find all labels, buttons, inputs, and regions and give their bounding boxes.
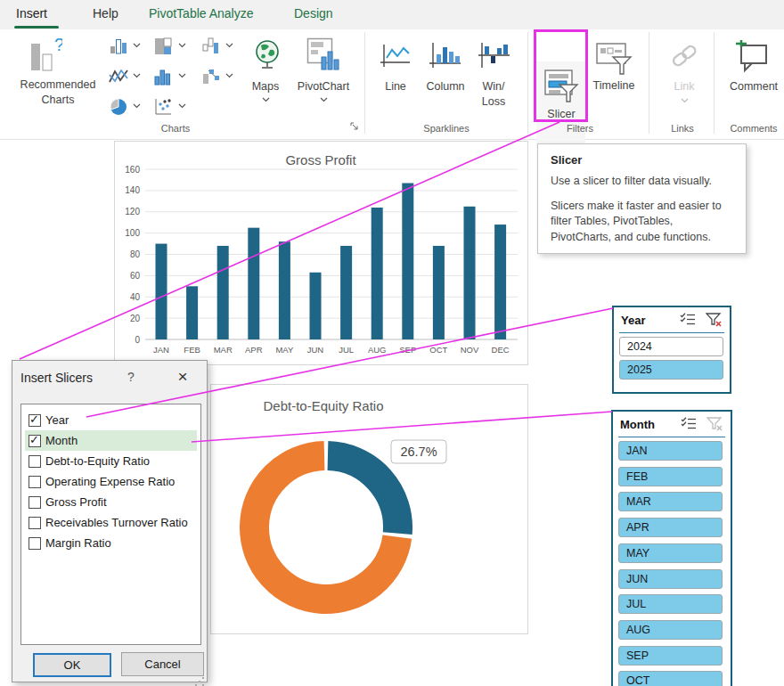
bar-JUN[interactable] bbox=[310, 273, 322, 339]
slicer-field-row[interactable]: Receivables Turnover Ratio bbox=[25, 512, 197, 533]
donut-slice[interactable] bbox=[328, 456, 398, 534]
multi-select-icon[interactable] bbox=[680, 313, 696, 326]
dialog-launcher-icon[interactable] bbox=[349, 121, 360, 132]
pie-chart-icon[interactable] bbox=[109, 97, 128, 117]
slicer-item-AUG[interactable]: AUG bbox=[618, 620, 723, 640]
hierarchy-chart-icon[interactable] bbox=[153, 37, 173, 56]
slicer-field-row[interactable]: Margin Ratio bbox=[25, 533, 197, 553]
excel-window: Insert Help PivotTable Analyze Design ? … bbox=[0, 0, 784, 686]
tab-help[interactable]: Help bbox=[93, 6, 118, 20]
chevron-down-icon[interactable] bbox=[133, 43, 141, 48]
sparkline-line-button[interactable]: Line bbox=[374, 33, 417, 118]
svg-text:MAR: MAR bbox=[214, 345, 233, 355]
slicer-item-APR[interactable]: APR bbox=[618, 518, 723, 537]
maps-button[interactable]: Maps bbox=[242, 33, 289, 118]
slicer-button[interactable]: Slicer bbox=[536, 61, 585, 148]
slicer-field-row[interactable]: ✓Month bbox=[25, 430, 197, 451]
bar-JUL[interactable] bbox=[340, 246, 352, 339]
svg-text:DEC: DEC bbox=[492, 345, 510, 355]
chevron-down-icon[interactable] bbox=[178, 43, 186, 48]
cancel-button[interactable]: Cancel bbox=[121, 652, 204, 676]
bar-MAR[interactable] bbox=[217, 246, 229, 339]
slicer-header-divider bbox=[618, 437, 725, 437]
month-slicer[interactable]: Month JANFEBMARAPRMAYJUNJULAUGSEPOCT bbox=[611, 410, 732, 686]
svg-text:0: 0 bbox=[135, 335, 140, 345]
checkbox-unchecked[interactable] bbox=[29, 476, 41, 488]
slicer-item-SEP[interactable]: SEP bbox=[618, 646, 723, 666]
slicer-item-FEB[interactable]: FEB bbox=[618, 467, 723, 486]
bar-JAN[interactable] bbox=[156, 244, 167, 339]
chevron-down-icon[interactable] bbox=[133, 103, 141, 109]
bar-APR[interactable] bbox=[248, 228, 259, 339]
bar-MAY[interactable] bbox=[279, 241, 290, 339]
recommended-charts-icon: ? bbox=[29, 37, 62, 76]
histogram-chart-icon[interactable] bbox=[153, 67, 173, 86]
svg-text:NOV: NOV bbox=[461, 345, 479, 355]
gross-profit-chart-card[interactable]: Gross Profit020406080100120140160JANFEBM… bbox=[114, 141, 528, 365]
bar-SEP[interactable] bbox=[402, 184, 413, 339]
bar-FEB[interactable] bbox=[186, 286, 198, 339]
recommended-charts-button[interactable]: ? Recommended Charts bbox=[9, 31, 107, 120]
checkbox-unchecked[interactable] bbox=[29, 496, 41, 509]
slicer-item-JAN[interactable]: JAN bbox=[618, 441, 723, 461]
slicer-field-row[interactable]: Operating Expense Ratio bbox=[25, 471, 197, 492]
ribbon: ? Recommended Charts bbox=[0, 29, 784, 140]
field-label: Operating Expense Ratio bbox=[45, 475, 175, 488]
bar-NOV[interactable] bbox=[464, 207, 476, 339]
slicer-field-row[interactable]: Debt-to-Equity Ratio bbox=[25, 451, 197, 471]
slicer-item-2025[interactable]: 2025 bbox=[619, 360, 723, 380]
bar-AUG[interactable] bbox=[372, 208, 383, 339]
checkbox-checked[interactable]: ✓ bbox=[29, 414, 41, 427]
field-label: Gross Profit bbox=[45, 495, 107, 509]
combo-chart-icon[interactable] bbox=[201, 67, 221, 86]
help-icon[interactable]: ? bbox=[123, 370, 139, 384]
checkbox-unchecked[interactable] bbox=[29, 455, 41, 468]
ok-button[interactable]: OK bbox=[33, 653, 111, 677]
slicer-field-row[interactable]: Gross Profit bbox=[25, 492, 197, 512]
slicer-field-row[interactable]: ✓Year bbox=[25, 410, 197, 430]
bar-DEC[interactable] bbox=[494, 225, 506, 339]
svg-text:80: 80 bbox=[130, 249, 141, 259]
checkbox-checked[interactable]: ✓ bbox=[29, 435, 41, 447]
scatter-chart-icon[interactable] bbox=[153, 97, 173, 117]
sparkline-winloss-button[interactable]: Win/ Loss bbox=[470, 33, 517, 133]
checkbox-unchecked[interactable] bbox=[29, 537, 41, 550]
chevron-down-icon[interactable] bbox=[178, 73, 186, 78]
chevron-down-icon[interactable] bbox=[133, 73, 141, 78]
slicer-item-MAY[interactable]: MAY bbox=[618, 543, 723, 563]
resize-grip[interactable] bbox=[202, 677, 204, 679]
column-chart-icon[interactable] bbox=[109, 37, 128, 56]
svg-text:160: 160 bbox=[125, 165, 140, 175]
tab-insert[interactable]: Insert bbox=[16, 6, 47, 20]
timeline-button[interactable]: Timeline bbox=[588, 33, 640, 118]
multi-select-icon[interactable] bbox=[681, 417, 697, 430]
tab-design[interactable]: Design bbox=[294, 6, 333, 20]
pivotchart-button[interactable]: PivotChart bbox=[292, 33, 355, 118]
chevron-down-icon[interactable] bbox=[225, 73, 233, 78]
chevron-down-icon bbox=[681, 98, 689, 103]
sparkline-column-button[interactable]: Column bbox=[421, 33, 470, 118]
sparkline-winloss-label: Win/ bbox=[483, 80, 505, 93]
waterfall-chart-icon[interactable] bbox=[201, 37, 221, 56]
slicer-item-OCT[interactable]: OCT bbox=[618, 671, 723, 686]
debt-to-equity-chart-card[interactable]: Debt-to-Equity Ratio26.7% bbox=[210, 384, 528, 634]
bar-OCT[interactable] bbox=[433, 246, 445, 339]
svg-text:140: 140 bbox=[125, 185, 140, 195]
chevron-down-icon[interactable] bbox=[178, 103, 186, 109]
line-chart-icon[interactable] bbox=[109, 67, 128, 86]
clear-filter-icon[interactable] bbox=[706, 313, 723, 327]
comment-button[interactable]: Comment bbox=[723, 33, 784, 118]
checkbox-unchecked[interactable] bbox=[29, 517, 41, 529]
slicer-item-2024[interactable]: 2024 bbox=[619, 337, 723, 356]
year-slicer[interactable]: Year 20242025 bbox=[612, 306, 731, 394]
svg-text:60: 60 bbox=[130, 271, 141, 281]
chevron-down-icon[interactable] bbox=[225, 43, 233, 48]
slicer-item-JUN[interactable]: JUN bbox=[618, 569, 723, 589]
slicer-item-MAR[interactable]: MAR bbox=[618, 492, 723, 511]
close-icon[interactable]: × bbox=[171, 367, 194, 387]
comment-icon bbox=[734, 37, 770, 75]
slicer-item-JUL[interactable]: JUL bbox=[618, 594, 723, 614]
tab-pivottable-analyze[interactable]: PivotTable Analyze bbox=[149, 6, 254, 20]
svg-text:?: ? bbox=[54, 37, 62, 54]
slicer-field-list: ✓Year✓MonthDebt-to-Equity RatioOperating… bbox=[20, 404, 201, 645]
